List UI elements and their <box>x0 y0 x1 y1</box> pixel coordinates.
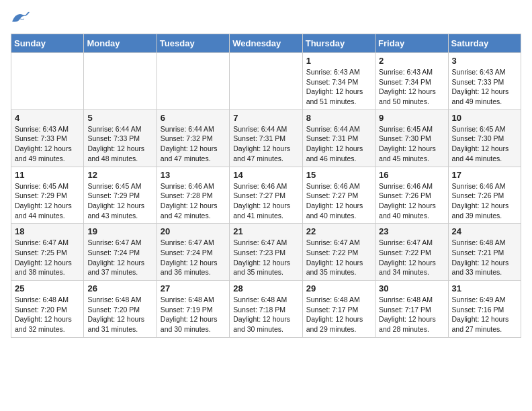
day-number-27: 27 <box>161 283 226 293</box>
day-info-10: Sunrise: 6:45 AMSunset: 7:30 PMDaylight:… <box>452 124 517 164</box>
day-cell-2-2: 13Sunrise: 6:46 AMSunset: 7:28 PMDayligh… <box>157 167 229 224</box>
day-number-28: 28 <box>233 283 298 293</box>
day-number-11: 11 <box>15 170 80 180</box>
day-cell-1-3: 7Sunrise: 6:44 AMSunset: 7:31 PMDaylight… <box>230 109 302 167</box>
header-sunday: Sunday <box>11 34 84 53</box>
day-cell-2-1: 12Sunrise: 6:45 AMSunset: 7:29 PMDayligh… <box>84 167 157 224</box>
week-row-3: 18Sunrise: 6:47 AMSunset: 7:25 PMDayligh… <box>11 224 521 281</box>
day-number-13: 13 <box>161 170 226 180</box>
day-cell-0-5: 2Sunrise: 6:43 AMSunset: 7:34 PMDaylight… <box>375 53 448 110</box>
day-cell-0-2 <box>157 53 229 110</box>
day-info-11: Sunrise: 6:45 AMSunset: 7:29 PMDaylight:… <box>15 181 80 221</box>
day-cell-3-4: 22Sunrise: 6:47 AMSunset: 7:22 PMDayligh… <box>302 224 375 281</box>
day-number-23: 23 <box>379 226 444 236</box>
day-cell-1-4: 8Sunrise: 6:44 AMSunset: 7:31 PMDaylight… <box>302 109 375 167</box>
day-info-19: Sunrise: 6:47 AMSunset: 7:24 PMDaylight:… <box>87 238 152 277</box>
day-cell-2-5: 16Sunrise: 6:46 AMSunset: 7:26 PMDayligh… <box>375 167 448 224</box>
day-number-2: 2 <box>379 56 444 66</box>
day-info-5: Sunrise: 6:44 AMSunset: 7:33 PMDaylight:… <box>87 124 152 164</box>
header-thursday: Thursday <box>302 34 375 53</box>
day-cell-1-5: 9Sunrise: 6:45 AMSunset: 7:30 PMDaylight… <box>375 109 448 167</box>
day-number-7: 7 <box>233 113 298 123</box>
day-number-10: 10 <box>452 113 517 123</box>
day-cell-0-4: 1Sunrise: 6:43 AMSunset: 7:34 PMDaylight… <box>302 53 375 110</box>
day-cell-0-6: 3Sunrise: 6:43 AMSunset: 7:33 PMDaylight… <box>448 53 521 110</box>
day-info-4: Sunrise: 6:43 AMSunset: 7:33 PMDaylight:… <box>15 124 80 164</box>
day-cell-3-3: 21Sunrise: 6:47 AMSunset: 7:23 PMDayligh… <box>230 224 302 281</box>
day-info-25: Sunrise: 6:48 AMSunset: 7:20 PMDaylight:… <box>15 295 80 334</box>
week-row-4: 25Sunrise: 6:48 AMSunset: 7:20 PMDayligh… <box>11 281 521 338</box>
day-info-24: Sunrise: 6:48 AMSunset: 7:21 PMDaylight:… <box>452 238 517 277</box>
day-cell-3-6: 24Sunrise: 6:48 AMSunset: 7:21 PMDayligh… <box>448 224 521 281</box>
day-number-6: 6 <box>161 113 226 123</box>
day-info-9: Sunrise: 6:45 AMSunset: 7:30 PMDaylight:… <box>379 124 444 164</box>
day-info-20: Sunrise: 6:47 AMSunset: 7:24 PMDaylight:… <box>161 238 226 277</box>
day-number-16: 16 <box>379 170 444 180</box>
day-cell-4-3: 28Sunrise: 6:48 AMSunset: 7:18 PMDayligh… <box>230 281 302 338</box>
day-number-3: 3 <box>452 56 517 66</box>
header-tuesday: Tuesday <box>157 34 229 53</box>
header-saturday: Saturday <box>448 34 521 53</box>
day-number-9: 9 <box>379 113 444 123</box>
day-number-14: 14 <box>233 170 298 180</box>
day-number-1: 1 <box>306 56 371 66</box>
header-friday: Friday <box>375 34 448 53</box>
day-info-13: Sunrise: 6:46 AMSunset: 7:28 PMDaylight:… <box>161 181 226 221</box>
day-info-21: Sunrise: 6:47 AMSunset: 7:23 PMDaylight:… <box>233 238 298 277</box>
day-number-26: 26 <box>87 283 152 293</box>
day-info-12: Sunrise: 6:45 AMSunset: 7:29 PMDaylight:… <box>87 181 152 221</box>
day-info-3: Sunrise: 6:43 AMSunset: 7:33 PMDaylight:… <box>452 67 517 107</box>
day-info-17: Sunrise: 6:46 AMSunset: 7:26 PMDaylight:… <box>452 181 517 221</box>
header <box>11 11 521 26</box>
day-cell-0-1 <box>84 53 157 110</box>
day-cell-3-5: 23Sunrise: 6:47 AMSunset: 7:22 PMDayligh… <box>375 224 448 281</box>
day-cell-4-6: 31Sunrise: 6:49 AMSunset: 7:16 PMDayligh… <box>448 281 521 338</box>
day-cell-4-5: 30Sunrise: 6:48 AMSunset: 7:17 PMDayligh… <box>375 281 448 338</box>
day-info-30: Sunrise: 6:48 AMSunset: 7:17 PMDaylight:… <box>379 295 444 334</box>
day-cell-3-2: 20Sunrise: 6:47 AMSunset: 7:24 PMDayligh… <box>157 224 229 281</box>
day-number-19: 19 <box>87 226 152 236</box>
day-info-18: Sunrise: 6:47 AMSunset: 7:25 PMDaylight:… <box>15 238 80 277</box>
day-info-15: Sunrise: 6:46 AMSunset: 7:27 PMDaylight:… <box>306 181 371 221</box>
day-cell-2-6: 17Sunrise: 6:46 AMSunset: 7:26 PMDayligh… <box>448 167 521 224</box>
day-cell-4-4: 29Sunrise: 6:48 AMSunset: 7:17 PMDayligh… <box>302 281 375 338</box>
day-cell-2-3: 14Sunrise: 6:46 AMSunset: 7:27 PMDayligh… <box>230 167 302 224</box>
day-cell-4-1: 26Sunrise: 6:48 AMSunset: 7:20 PMDayligh… <box>84 281 157 338</box>
weekday-header-row: Sunday Monday Tuesday Wednesday Thursday… <box>11 34 521 53</box>
day-info-26: Sunrise: 6:48 AMSunset: 7:20 PMDaylight:… <box>87 295 152 334</box>
day-number-22: 22 <box>306 226 371 236</box>
day-cell-1-2: 6Sunrise: 6:44 AMSunset: 7:32 PMDaylight… <box>157 109 229 167</box>
day-cell-4-0: 25Sunrise: 6:48 AMSunset: 7:20 PMDayligh… <box>11 281 84 338</box>
day-info-14: Sunrise: 6:46 AMSunset: 7:27 PMDaylight:… <box>233 181 298 221</box>
day-number-25: 25 <box>15 283 80 293</box>
day-cell-0-0 <box>11 53 84 110</box>
day-number-4: 4 <box>15 113 80 123</box>
day-cell-2-4: 15Sunrise: 6:46 AMSunset: 7:27 PMDayligh… <box>302 167 375 224</box>
day-cell-2-0: 11Sunrise: 6:45 AMSunset: 7:29 PMDayligh… <box>11 167 84 224</box>
header-monday: Monday <box>84 34 157 53</box>
day-number-15: 15 <box>306 170 371 180</box>
logo <box>11 11 32 26</box>
header-wednesday: Wednesday <box>230 34 302 53</box>
week-row-1: 4Sunrise: 6:43 AMSunset: 7:33 PMDaylight… <box>11 109 521 167</box>
logo-bird-icon <box>11 11 30 26</box>
day-number-5: 5 <box>87 113 152 123</box>
day-info-23: Sunrise: 6:47 AMSunset: 7:22 PMDaylight:… <box>379 238 444 277</box>
day-info-27: Sunrise: 6:48 AMSunset: 7:19 PMDaylight:… <box>161 295 226 334</box>
day-info-1: Sunrise: 6:43 AMSunset: 7:34 PMDaylight:… <box>306 67 371 107</box>
day-number-24: 24 <box>452 226 517 236</box>
day-number-18: 18 <box>15 226 80 236</box>
day-info-31: Sunrise: 6:49 AMSunset: 7:16 PMDaylight:… <box>452 295 517 334</box>
day-cell-0-3 <box>230 53 302 110</box>
day-number-17: 17 <box>452 170 517 180</box>
day-info-2: Sunrise: 6:43 AMSunset: 7:34 PMDaylight:… <box>379 67 444 107</box>
day-cell-4-2: 27Sunrise: 6:48 AMSunset: 7:19 PMDayligh… <box>157 281 229 338</box>
day-info-29: Sunrise: 6:48 AMSunset: 7:17 PMDaylight:… <box>306 295 371 334</box>
day-cell-3-1: 19Sunrise: 6:47 AMSunset: 7:24 PMDayligh… <box>84 224 157 281</box>
day-number-21: 21 <box>233 226 298 236</box>
day-number-8: 8 <box>306 113 371 123</box>
week-row-0: 1Sunrise: 6:43 AMSunset: 7:34 PMDaylight… <box>11 53 521 110</box>
day-number-12: 12 <box>87 170 152 180</box>
day-number-20: 20 <box>161 226 226 236</box>
day-number-30: 30 <box>379 283 444 293</box>
